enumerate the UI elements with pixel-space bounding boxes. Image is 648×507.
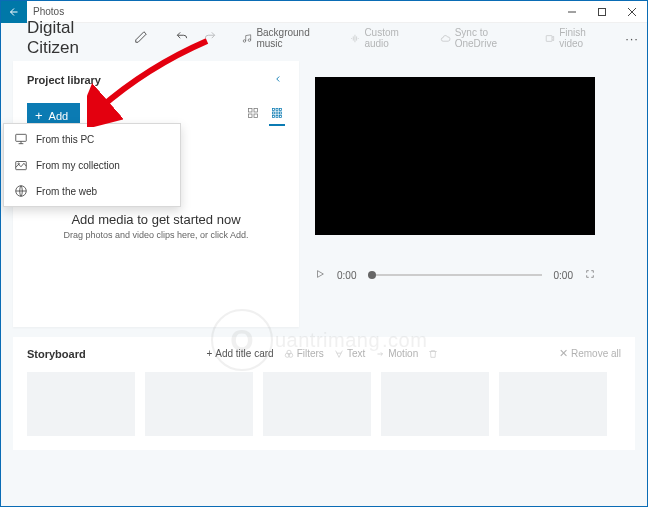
globe-icon [14,184,28,198]
export-icon [545,33,555,44]
plus-icon: + [35,109,43,122]
library-empty-subtitle: Drag photos and video clips here, or cli… [27,230,285,240]
svg-rect-6 [254,109,258,113]
svg-rect-7 [249,114,253,118]
svg-rect-17 [280,116,282,118]
time-current: 0:00 [337,270,356,281]
fullscreen-button[interactable] [585,269,595,281]
remove-all-button: ✕ Remove all [559,347,621,360]
svg-rect-14 [280,112,282,114]
audio-icon [350,33,360,44]
svg-rect-11 [280,109,282,111]
play-button[interactable] [315,269,325,281]
music-icon [242,33,252,44]
svg-rect-10 [276,109,278,111]
close-button[interactable] [617,1,647,23]
finish-video-button[interactable]: Finish video [539,25,613,51]
add-title-card-button[interactable]: + Add title card [206,348,273,359]
svg-rect-24 [16,134,27,141]
svg-rect-5 [249,109,253,113]
text-icon [334,349,344,359]
filters-button: Filters [284,348,324,359]
svg-rect-15 [273,116,275,118]
storyboard-panel: Storyboard + Add title card Filters Text… [13,337,635,450]
plus-icon: + [206,348,212,359]
close-icon: ✕ [559,347,568,360]
minimize-button[interactable] [557,1,587,23]
svg-point-2 [244,39,246,41]
view-large-tiles[interactable] [245,105,261,126]
from-this-pc-item[interactable]: From this PC [4,126,180,152]
filters-icon [284,349,294,359]
back-button[interactable] [1,1,27,23]
storyboard-slot[interactable] [381,372,489,436]
pc-icon [14,132,28,146]
storyboard-slot[interactable] [499,372,607,436]
storyboard-title: Storyboard [27,348,86,360]
svg-rect-12 [273,112,275,114]
sync-onedrive-button[interactable]: Sync to OneDrive [434,25,531,51]
svg-rect-8 [254,114,258,118]
time-total: 0:00 [554,270,573,281]
svg-point-26 [18,163,20,165]
custom-audio-button[interactable]: Custom audio [344,25,425,51]
library-empty-title: Add media to get started now [27,212,285,227]
project-library-title: Project library [27,74,101,86]
collection-icon [14,158,28,172]
motion-icon [375,349,385,359]
seek-slider[interactable] [368,274,541,276]
toolbar: Digital Citizen Background music Custom … [1,23,647,53]
maximize-button[interactable] [587,1,617,23]
svg-rect-13 [276,112,278,114]
add-source-menu: From this PC From my collection From the… [3,123,181,207]
undo-icon[interactable] [172,27,192,49]
svg-rect-16 [276,116,278,118]
cloud-icon [440,33,451,44]
delete-button [428,348,438,359]
from-web-item[interactable]: From the web [4,178,180,204]
app-title: Photos [33,6,557,17]
from-collection-item[interactable]: From my collection [4,152,180,178]
svg-rect-4 [547,35,553,41]
storyboard-slot[interactable] [263,372,371,436]
svg-rect-1 [599,8,606,15]
pencil-icon[interactable] [131,27,151,49]
more-button[interactable]: ··· [625,31,639,46]
trash-icon [428,349,438,359]
svg-rect-9 [273,109,275,111]
svg-point-3 [249,38,251,40]
view-small-tiles[interactable] [269,105,285,126]
project-title[interactable]: Digital Citizen [27,18,121,58]
storyboard-slot[interactable] [27,372,135,436]
motion-button: Motion [375,348,418,359]
preview-panel: 0:00 0:00 [315,61,635,327]
background-music-button[interactable]: Background music [236,25,336,51]
storyboard-slot[interactable] [145,372,253,436]
collapse-library-button[interactable] [271,71,285,89]
text-button: Text [334,348,365,359]
redo-icon [200,27,220,49]
video-preview[interactable] [315,77,595,235]
